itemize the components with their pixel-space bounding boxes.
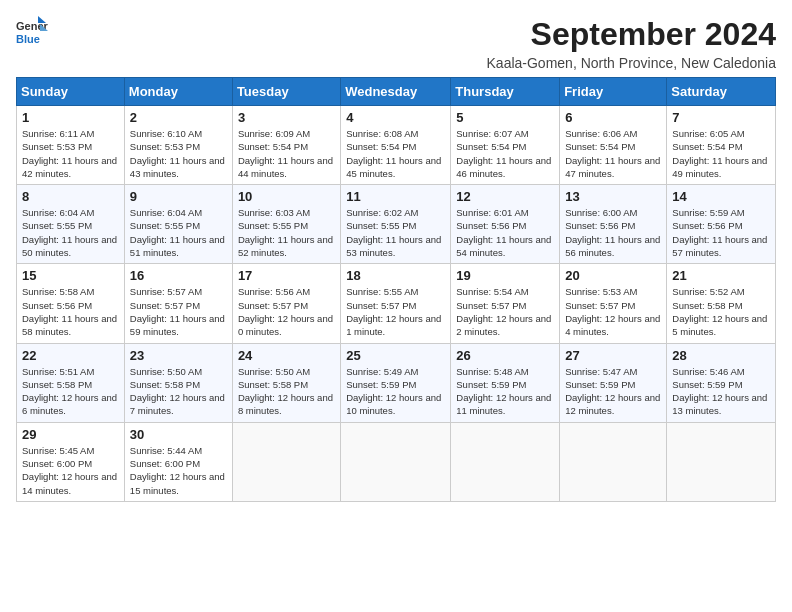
day-info: Sunrise: 5:44 AMSunset: 6:00 PMDaylight:…: [130, 444, 227, 497]
day-number: 24: [238, 348, 335, 363]
day-info: Sunrise: 6:09 AMSunset: 5:54 PMDaylight:…: [238, 127, 335, 180]
day-number: 8: [22, 189, 119, 204]
day-number: 23: [130, 348, 227, 363]
month-title: September 2024: [487, 16, 776, 53]
day-number: 3: [238, 110, 335, 125]
calendar-cell: 3Sunrise: 6:09 AMSunset: 5:54 PMDaylight…: [232, 106, 340, 185]
day-info: Sunrise: 5:50 AMSunset: 5:58 PMDaylight:…: [130, 365, 227, 418]
day-info: Sunrise: 5:58 AMSunset: 5:56 PMDaylight:…: [22, 285, 119, 338]
calendar-cell: 28Sunrise: 5:46 AMSunset: 5:59 PMDayligh…: [667, 343, 776, 422]
calendar-cell: 7Sunrise: 6:05 AMSunset: 5:54 PMDaylight…: [667, 106, 776, 185]
calendar-cell: [232, 422, 340, 501]
day-number: 12: [456, 189, 554, 204]
day-number: 2: [130, 110, 227, 125]
day-info: Sunrise: 5:56 AMSunset: 5:57 PMDaylight:…: [238, 285, 335, 338]
calendar-cell: 21Sunrise: 5:52 AMSunset: 5:58 PMDayligh…: [667, 264, 776, 343]
calendar-cell: [667, 422, 776, 501]
day-number: 29: [22, 427, 119, 442]
calendar-cell: 18Sunrise: 5:55 AMSunset: 5:57 PMDayligh…: [341, 264, 451, 343]
logo: GeneralBlue: [16, 16, 48, 52]
day-info: Sunrise: 6:06 AMSunset: 5:54 PMDaylight:…: [565, 127, 661, 180]
calendar-cell: 24Sunrise: 5:50 AMSunset: 5:58 PMDayligh…: [232, 343, 340, 422]
day-info: Sunrise: 5:59 AMSunset: 5:56 PMDaylight:…: [672, 206, 770, 259]
calendar-week-4: 22Sunrise: 5:51 AMSunset: 5:58 PMDayligh…: [17, 343, 776, 422]
day-number: 21: [672, 268, 770, 283]
calendar-cell: 17Sunrise: 5:56 AMSunset: 5:57 PMDayligh…: [232, 264, 340, 343]
calendar-header-row: SundayMondayTuesdayWednesdayThursdayFrid…: [17, 78, 776, 106]
day-info: Sunrise: 5:47 AMSunset: 5:59 PMDaylight:…: [565, 365, 661, 418]
day-info: Sunrise: 5:52 AMSunset: 5:58 PMDaylight:…: [672, 285, 770, 338]
calendar-week-2: 8Sunrise: 6:04 AMSunset: 5:55 PMDaylight…: [17, 185, 776, 264]
calendar-week-1: 1Sunrise: 6:11 AMSunset: 5:53 PMDaylight…: [17, 106, 776, 185]
calendar-cell: 29Sunrise: 5:45 AMSunset: 6:00 PMDayligh…: [17, 422, 125, 501]
day-number: 27: [565, 348, 661, 363]
calendar-header-friday: Friday: [560, 78, 667, 106]
day-number: 25: [346, 348, 445, 363]
calendar-cell: 8Sunrise: 6:04 AMSunset: 5:55 PMDaylight…: [17, 185, 125, 264]
logo-svg-icon: GeneralBlue: [16, 16, 48, 52]
day-number: 4: [346, 110, 445, 125]
calendar-header-thursday: Thursday: [451, 78, 560, 106]
calendar-cell: 25Sunrise: 5:49 AMSunset: 5:59 PMDayligh…: [341, 343, 451, 422]
calendar-header-sunday: Sunday: [17, 78, 125, 106]
day-info: Sunrise: 5:50 AMSunset: 5:58 PMDaylight:…: [238, 365, 335, 418]
day-info: Sunrise: 5:49 AMSunset: 5:59 PMDaylight:…: [346, 365, 445, 418]
calendar-cell: 10Sunrise: 6:03 AMSunset: 5:55 PMDayligh…: [232, 185, 340, 264]
calendar-header-saturday: Saturday: [667, 78, 776, 106]
day-number: 30: [130, 427, 227, 442]
day-info: Sunrise: 6:05 AMSunset: 5:54 PMDaylight:…: [672, 127, 770, 180]
calendar-cell: [560, 422, 667, 501]
calendar-cell: 16Sunrise: 5:57 AMSunset: 5:57 PMDayligh…: [124, 264, 232, 343]
calendar-cell: 2Sunrise: 6:10 AMSunset: 5:53 PMDaylight…: [124, 106, 232, 185]
day-number: 11: [346, 189, 445, 204]
day-info: Sunrise: 5:45 AMSunset: 6:00 PMDaylight:…: [22, 444, 119, 497]
calendar-cell: 1Sunrise: 6:11 AMSunset: 5:53 PMDaylight…: [17, 106, 125, 185]
calendar-header-tuesday: Tuesday: [232, 78, 340, 106]
day-number: 1: [22, 110, 119, 125]
day-number: 18: [346, 268, 445, 283]
day-number: 22: [22, 348, 119, 363]
location-title: Kaala-Gomen, North Province, New Caledon…: [487, 55, 776, 71]
calendar-cell: 11Sunrise: 6:02 AMSunset: 5:55 PMDayligh…: [341, 185, 451, 264]
day-number: 9: [130, 189, 227, 204]
calendar-cell: 30Sunrise: 5:44 AMSunset: 6:00 PMDayligh…: [124, 422, 232, 501]
svg-text:Blue: Blue: [16, 33, 40, 45]
calendar-cell: 14Sunrise: 5:59 AMSunset: 5:56 PMDayligh…: [667, 185, 776, 264]
calendar-cell: 6Sunrise: 6:06 AMSunset: 5:54 PMDaylight…: [560, 106, 667, 185]
day-info: Sunrise: 6:00 AMSunset: 5:56 PMDaylight:…: [565, 206, 661, 259]
day-info: Sunrise: 6:07 AMSunset: 5:54 PMDaylight:…: [456, 127, 554, 180]
calendar-cell: 26Sunrise: 5:48 AMSunset: 5:59 PMDayligh…: [451, 343, 560, 422]
calendar-cell: 9Sunrise: 6:04 AMSunset: 5:55 PMDaylight…: [124, 185, 232, 264]
day-number: 10: [238, 189, 335, 204]
day-info: Sunrise: 6:02 AMSunset: 5:55 PMDaylight:…: [346, 206, 445, 259]
calendar-cell: [341, 422, 451, 501]
day-info: Sunrise: 6:10 AMSunset: 5:53 PMDaylight:…: [130, 127, 227, 180]
day-number: 26: [456, 348, 554, 363]
day-number: 19: [456, 268, 554, 283]
day-number: 17: [238, 268, 335, 283]
day-info: Sunrise: 5:57 AMSunset: 5:57 PMDaylight:…: [130, 285, 227, 338]
day-info: Sunrise: 5:54 AMSunset: 5:57 PMDaylight:…: [456, 285, 554, 338]
calendar-cell: 13Sunrise: 6:00 AMSunset: 5:56 PMDayligh…: [560, 185, 667, 264]
day-info: Sunrise: 6:08 AMSunset: 5:54 PMDaylight:…: [346, 127, 445, 180]
calendar-week-5: 29Sunrise: 5:45 AMSunset: 6:00 PMDayligh…: [17, 422, 776, 501]
title-area: September 2024 Kaala-Gomen, North Provin…: [487, 16, 776, 71]
day-info: Sunrise: 6:01 AMSunset: 5:56 PMDaylight:…: [456, 206, 554, 259]
day-number: 7: [672, 110, 770, 125]
calendar-cell: 12Sunrise: 6:01 AMSunset: 5:56 PMDayligh…: [451, 185, 560, 264]
calendar-cell: 20Sunrise: 5:53 AMSunset: 5:57 PMDayligh…: [560, 264, 667, 343]
day-info: Sunrise: 6:04 AMSunset: 5:55 PMDaylight:…: [130, 206, 227, 259]
calendar-header-wednesday: Wednesday: [341, 78, 451, 106]
day-number: 14: [672, 189, 770, 204]
day-number: 6: [565, 110, 661, 125]
day-info: Sunrise: 5:48 AMSunset: 5:59 PMDaylight:…: [456, 365, 554, 418]
calendar-cell: [451, 422, 560, 501]
day-info: Sunrise: 6:04 AMSunset: 5:55 PMDaylight:…: [22, 206, 119, 259]
day-info: Sunrise: 5:53 AMSunset: 5:57 PMDaylight:…: [565, 285, 661, 338]
calendar-cell: 4Sunrise: 6:08 AMSunset: 5:54 PMDaylight…: [341, 106, 451, 185]
day-info: Sunrise: 5:46 AMSunset: 5:59 PMDaylight:…: [672, 365, 770, 418]
day-number: 20: [565, 268, 661, 283]
day-info: Sunrise: 5:55 AMSunset: 5:57 PMDaylight:…: [346, 285, 445, 338]
day-number: 16: [130, 268, 227, 283]
day-number: 28: [672, 348, 770, 363]
